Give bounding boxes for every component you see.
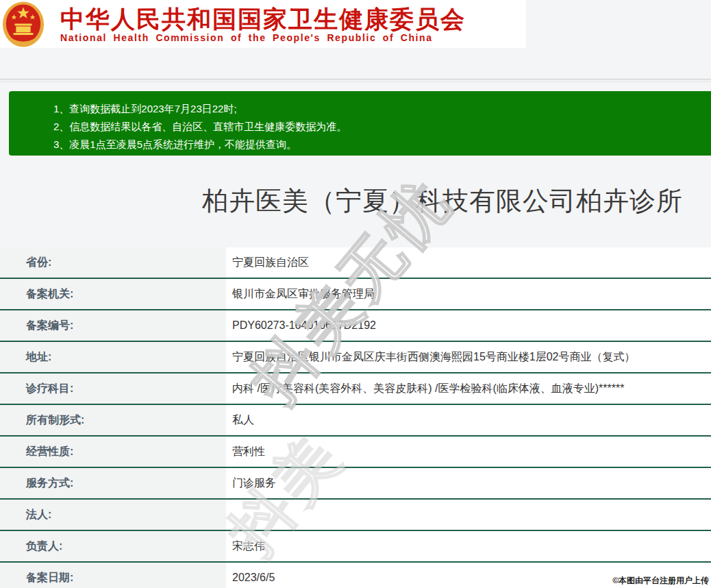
field-label: 备案编号:	[0, 310, 226, 341]
record-row: 所有制形式:私人	[0, 405, 711, 437]
record-table: 省份:宁夏回族自治区备案机关:银川市金凤区审批服务管理局备案编号:PDY6027…	[0, 247, 711, 588]
field-label: 备案日期:	[0, 563, 226, 588]
field-value	[226, 500, 711, 530]
notice-line: 2、信息数据结果以各省、自治区、直辖市卫生健康委数据为准。	[53, 118, 711, 136]
field-value: 私人	[226, 405, 711, 435]
notice-line: 3、凌晨1点至凌晨5点系统进行维护，不能提供查询。	[53, 136, 711, 154]
national-emblem-icon	[2, 1, 45, 48]
field-label: 所有制形式:	[0, 405, 226, 435]
field-value: 内科 /医疗美容科(美容外科、美容皮肤科) /医学检验科(临床体液、血液专业)*…	[226, 373, 711, 404]
record-row: 省份:宁夏回族自治区	[0, 247, 711, 279]
page: 中华人民共和国国家卫生健康委员会 National Health Commiss…	[0, 0, 711, 588]
field-label: 地址:	[0, 342, 226, 372]
record-row: 法人:	[0, 500, 711, 531]
field-value: 营利性	[226, 437, 711, 467]
field-value: PDY60273-164010617D2192	[226, 310, 711, 341]
field-value: 宁夏回族自治区	[226, 247, 711, 278]
record-row: 备案日期:2023/6/5	[0, 563, 711, 588]
field-value: 宋志伟	[226, 531, 711, 561]
header-divider	[0, 79, 711, 82]
upload-copyright-note: ©本图由平台注册用户上传	[612, 575, 709, 587]
record-row: 地址:宁夏回族自治区银川市金凤区庆丰街西侧澳海熙园15号商业楼1层02号商业（复…	[0, 342, 711, 373]
field-label: 诊疗科目:	[0, 373, 226, 404]
record-row: 备案编号:PDY60273-164010617D2192	[0, 310, 711, 342]
field-label: 负责人:	[0, 531, 226, 561]
notice-box: 1、查询数据截止到2023年7月23日22时; 2、信息数据结果以各省、自治区、…	[9, 91, 711, 156]
record-row: 备案机关:银川市金凤区审批服务管理局	[0, 279, 711, 310]
field-value: 门诊服务	[226, 468, 711, 498]
org-title-zh: 中华人民共和国国家卫生健康委员会	[60, 3, 466, 36]
org-title-en: National Health Commission of the People…	[60, 32, 433, 43]
field-value: 银川市金凤区审批服务管理局	[226, 279, 711, 309]
record-row: 诊疗科目:内科 /医疗美容科(美容外科、美容皮肤科) /医学检验科(临床体液、血…	[0, 373, 711, 405]
notice-line: 1、查询数据截止到2023年7月23日22时;	[53, 100, 711, 118]
field-label: 法人:	[0, 500, 226, 530]
record-row: 负责人:宋志伟	[0, 531, 711, 563]
field-label: 经营性质:	[0, 437, 226, 467]
institution-title: 柏卉医美（宁夏）科技有限公司柏卉诊所	[202, 184, 683, 219]
field-label: 省份:	[0, 247, 226, 278]
field-value: 宁夏回族自治区银川市金凤区庆丰街西侧澳海熙园15号商业楼1层02号商业（复式）	[226, 342, 711, 372]
record-row: 经营性质:营利性	[0, 437, 711, 468]
record-row: 服务方式:门诊服务	[0, 468, 711, 500]
field-label: 备案机关:	[0, 279, 226, 309]
site-header: 中华人民共和国国家卫生健康委员会 National Health Commiss…	[0, 0, 526, 48]
field-label: 服务方式:	[0, 468, 226, 498]
